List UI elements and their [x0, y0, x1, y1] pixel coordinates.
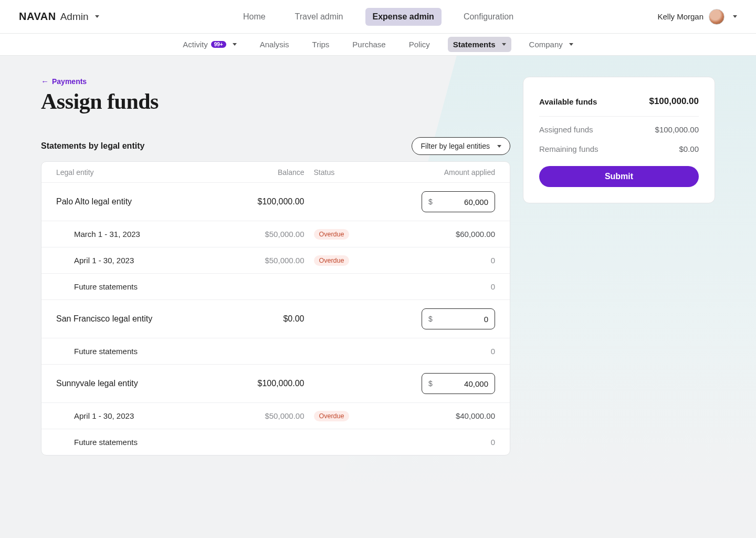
assigned-funds-label: Assigned funds: [539, 125, 593, 134]
user-menu[interactable]: Kelly Morgan: [657, 9, 737, 25]
nav-configuration[interactable]: Configuration: [456, 8, 521, 26]
col-amount-applied: Amount applied: [381, 168, 495, 177]
remaining-funds-row: Remaining funds $0.00: [539, 139, 699, 159]
entity-balance: $100,000.00: [209, 197, 304, 206]
statement-status: Overdue: [304, 411, 381, 421]
subnav-purchase[interactable]: Purchase: [347, 37, 391, 52]
subnav-policy[interactable]: Policy: [404, 37, 435, 52]
statement-applied: $40,000.00: [381, 411, 495, 420]
subnav-trips[interactable]: Trips: [307, 37, 335, 52]
statement-status: Overdue: [304, 255, 381, 266]
filter-button-label: Filter by legal entities: [421, 142, 490, 150]
chevron-down-icon: [497, 145, 501, 148]
table-header: Legal entity Balance Status Amount appli…: [41, 162, 510, 183]
status-badge: Overdue: [314, 411, 350, 421]
entity-group: Sunnyvale legal entity$100,000.00$April …: [41, 364, 510, 455]
amount-input-wrap: $: [422, 308, 495, 329]
col-balance: Balance: [209, 168, 304, 177]
chevron-down-icon: [95, 15, 99, 18]
secondary-nav: Activity 99+ Analysis Trips Purchase Pol…: [0, 34, 756, 56]
page-title: Assign funds: [41, 89, 510, 114]
nav-expense-admin[interactable]: Expense admin: [365, 8, 442, 26]
amount-input[interactable]: [436, 379, 488, 388]
statement-applied: 0: [381, 347, 495, 356]
entity-group: Palo Alto legal entity$100,000.00$March …: [41, 183, 510, 299]
section-title: Statements by legal entity: [41, 141, 144, 151]
amount-input-wrap: $: [422, 373, 495, 394]
statement-row: Future statements0: [41, 429, 510, 455]
chevron-down-icon: [569, 43, 573, 46]
topbar: NAVAN Admin Home Travel admin Expense ad…: [0, 0, 756, 34]
chevron-down-icon: [233, 43, 237, 46]
statement-balance: $50,000.00: [209, 411, 304, 420]
statement-balance: $50,000.00: [209, 256, 304, 265]
entity-balance: $0.00: [209, 314, 304, 324]
submit-button[interactable]: Submit: [539, 166, 699, 187]
statement-status: Overdue: [304, 229, 381, 240]
currency-prefix: $: [428, 379, 433, 388]
remaining-funds-label: Remaining funds: [539, 144, 598, 153]
available-funds-row: Available funds $100,000.00: [539, 91, 699, 117]
remaining-funds-value: $0.00: [679, 144, 699, 153]
statement-period: April 1 - 30, 2023: [56, 256, 209, 265]
status-badge: Overdue: [314, 229, 350, 240]
assigned-funds-row: Assigned funds $100,000.00: [539, 120, 699, 139]
col-legal-entity: Legal entity: [56, 168, 209, 177]
statement-applied: 0: [381, 438, 495, 447]
entity-row: Sunnyvale legal entity$100,000.00$: [41, 364, 510, 402]
statement-applied: 0: [381, 282, 495, 291]
brand-suffix: Admin: [60, 11, 89, 23]
col-status: Status: [304, 168, 381, 177]
back-link[interactable]: ← Payments: [41, 77, 87, 86]
back-link-text: Payments: [52, 77, 87, 86]
primary-nav: Home Travel admin Expense admin Configur…: [236, 8, 521, 26]
available-funds-label: Available funds: [539, 97, 597, 106]
entity-name: San Francisco legal entity: [56, 314, 209, 324]
filter-entities-button[interactable]: Filter by legal entities: [412, 137, 510, 155]
entity-group: San Francisco legal entity$0.00$Future s…: [41, 299, 510, 364]
statement-row: Future statements0: [41, 338, 510, 364]
subnav-company[interactable]: Company: [524, 37, 579, 52]
chevron-down-icon: [502, 43, 506, 46]
nav-travel-admin[interactable]: Travel admin: [288, 8, 351, 26]
brand-logo: NAVAN: [19, 11, 56, 23]
statement-period: April 1 - 30, 2023: [56, 411, 209, 420]
currency-prefix: $: [428, 315, 433, 323]
available-funds-value: $100,000.00: [649, 96, 699, 107]
statement-row: March 1 - 31, 2023$50,000.00Overdue$60,0…: [41, 221, 510, 247]
subnav-activity[interactable]: Activity 99+: [177, 37, 242, 52]
statement-applied: $60,000.00: [381, 230, 495, 239]
user-name: Kelly Morgan: [657, 12, 704, 21]
subnav-statements[interactable]: Statements: [448, 37, 511, 52]
statement-period: Future statements: [56, 438, 209, 447]
statement-applied: 0: [381, 256, 495, 265]
statement-row: April 1 - 30, 2023$50,000.00Overdue$40,0…: [41, 402, 510, 429]
entity-balance: $100,000.00: [209, 379, 304, 388]
brand[interactable]: NAVAN Admin: [19, 11, 99, 23]
amount-input[interactable]: [436, 315, 488, 324]
entity-row: Palo Alto legal entity$100,000.00$: [41, 183, 510, 221]
entity-row: San Francisco legal entity$0.00$: [41, 299, 510, 338]
amount-input[interactable]: [436, 198, 488, 206]
nav-home[interactable]: Home: [236, 8, 273, 26]
statement-period: Future statements: [56, 347, 209, 356]
subnav-item-label: Statements: [453, 40, 496, 49]
entity-name: Palo Alto legal entity: [56, 197, 209, 206]
statement-period: March 1 - 31, 2023: [56, 230, 209, 239]
arrow-left-icon: ←: [41, 77, 49, 85]
statements-table: Legal entity Balance Status Amount appli…: [41, 161, 510, 456]
assigned-funds-value: $100,000.00: [655, 125, 699, 134]
status-badge: Overdue: [314, 255, 350, 266]
statement-period: Future statements: [56, 282, 209, 291]
subnav-analysis[interactable]: Analysis: [255, 37, 295, 52]
amount-input-wrap: $: [422, 191, 495, 212]
chevron-down-icon: [733, 15, 737, 18]
activity-count-badge: 99+: [211, 41, 226, 48]
avatar: [709, 9, 724, 25]
funds-summary-card: Available funds $100,000.00 Assigned fun…: [523, 77, 715, 203]
currency-prefix: $: [428, 198, 433, 206]
subnav-item-label: Activity: [183, 40, 208, 49]
statement-row: April 1 - 30, 2023$50,000.00Overdue0: [41, 247, 510, 273]
subnav-item-label: Company: [529, 40, 563, 49]
entity-name: Sunnyvale legal entity: [56, 379, 209, 388]
